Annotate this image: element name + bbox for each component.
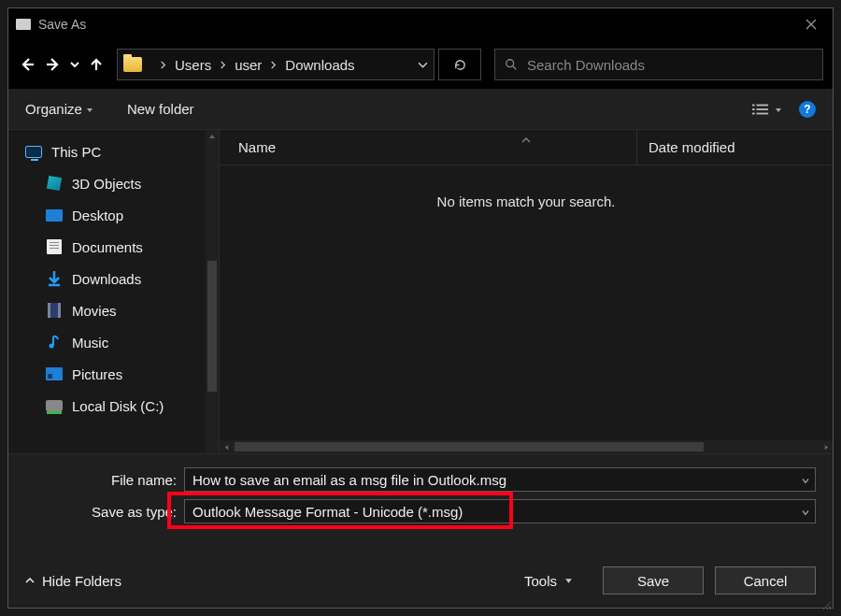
save-button[interactable]: Save <box>603 566 704 595</box>
close-icon <box>805 19 817 30</box>
window-title: Save As <box>38 17 86 32</box>
chevron-down-icon <box>802 509 809 517</box>
search-icon <box>505 58 518 71</box>
nav-arrows <box>18 56 106 73</box>
file-name-dropdown[interactable] <box>802 472 809 488</box>
movie-icon <box>48 303 61 318</box>
save-as-type-dropdown[interactable] <box>802 504 809 520</box>
close-button[interactable] <box>790 8 833 40</box>
chevron-up-icon <box>25 576 35 585</box>
chevron-right-icon <box>269 61 278 69</box>
caret-down-icon <box>86 107 93 114</box>
disk-icon <box>46 400 63 411</box>
scroll-right-icon <box>823 444 830 451</box>
list-view-icon <box>752 103 769 116</box>
back-button[interactable] <box>18 57 36 72</box>
sidebar-item-movies[interactable]: Movies <box>8 294 219 326</box>
column-name[interactable]: Name <box>220 139 636 155</box>
monitor-icon <box>25 146 42 158</box>
main-area: This PC 3D Objects Desktop Documents <box>8 130 833 453</box>
scroll-left-icon <box>223 444 230 451</box>
organize-button[interactable]: Organize <box>25 101 93 117</box>
bottom-panel: File name: How to save an email as a msg… <box>8 453 833 608</box>
scroll-thumb[interactable] <box>207 261 217 392</box>
chevron-down-icon <box>70 60 79 69</box>
sidebar-item-3d-objects[interactable]: 3D Objects <box>8 167 219 199</box>
caret-down-icon <box>564 577 573 585</box>
tools-button[interactable]: Tools <box>524 573 573 589</box>
help-button[interactable]: ? <box>799 101 816 118</box>
save-as-type-select[interactable]: Outlook Message Format - Unicode (*.msg) <box>184 499 816 523</box>
refresh-icon <box>453 58 467 72</box>
forward-button[interactable] <box>44 57 63 72</box>
navigation-bar: Users user Downloads Search Downloads <box>8 40 833 89</box>
up-button[interactable] <box>87 57 106 72</box>
sidebar-item-pictures[interactable]: Pictures <box>8 358 219 390</box>
sidebar-item-local-disk[interactable]: Local Disk (C:) <box>8 390 219 422</box>
save-as-type-row: Save as type: Outlook Message Format - U… <box>25 499 816 523</box>
folder-icon <box>123 57 142 72</box>
sort-indicator-icon <box>521 130 531 146</box>
cancel-button[interactable]: Cancel <box>715 566 816 595</box>
refresh-button[interactable] <box>438 49 481 80</box>
sidebar-scrollbar[interactable] <box>206 130 219 453</box>
chevron-right-icon <box>219 61 227 69</box>
column-date-modified[interactable]: Date modified <box>636 130 833 165</box>
hide-folders-button[interactable]: Hide Folders <box>25 573 121 589</box>
action-row: Hide Folders Tools Save Cancel <box>25 566 816 598</box>
svg-rect-4 <box>757 108 769 110</box>
crumb-downloads[interactable]: Downloads <box>285 57 354 73</box>
svg-rect-5 <box>752 112 755 114</box>
picture-icon <box>46 367 63 380</box>
sidebar-item-documents[interactable]: Documents <box>8 231 219 263</box>
empty-message: No items match your search. <box>220 165 833 209</box>
chevron-right-icon <box>159 61 167 69</box>
svg-point-7 <box>50 344 54 349</box>
sidebar-item-this-pc[interactable]: This PC <box>8 136 219 167</box>
desktop-icon <box>46 209 63 222</box>
file-name-input[interactable]: How to save an email as a msg file in Ou… <box>184 467 816 492</box>
toolbar: Organize New folder ? <box>8 89 833 130</box>
content-horizontal-scrollbar[interactable] <box>220 440 833 453</box>
save-as-type-label: Save as type: <box>25 504 184 520</box>
folder-tree: This PC 3D Objects Desktop Documents <box>8 130 219 427</box>
crumb-user[interactable]: user <box>235 57 262 73</box>
new-folder-button[interactable]: New folder <box>127 101 194 117</box>
svg-rect-1 <box>752 104 755 106</box>
view-options-button[interactable] <box>752 101 782 117</box>
search-placeholder: Search Downloads <box>527 57 645 73</box>
file-name-label: File name: <box>25 472 184 488</box>
caret-down-icon <box>775 107 782 114</box>
sidebar-item-downloads[interactable]: Downloads <box>8 263 219 294</box>
app-icon <box>16 19 31 30</box>
sidebar-item-desktop[interactable]: Desktop <box>8 199 219 231</box>
resize-grip-icon[interactable] <box>821 596 831 606</box>
crumb-users[interactable]: Users <box>175 57 211 73</box>
title-bar: Save As <box>8 8 833 40</box>
column-headers: Name Date modified <box>220 130 833 165</box>
svg-rect-6 <box>757 112 769 114</box>
music-icon <box>46 335 63 350</box>
svg-point-0 <box>506 60 514 67</box>
sidebar-item-music[interactable]: Music <box>8 326 219 358</box>
svg-rect-2 <box>757 104 769 106</box>
recent-locations-button[interactable] <box>70 56 79 73</box>
file-list-area: Name Date modified No items match your s… <box>220 130 833 453</box>
file-name-row: File name: How to save an email as a msg… <box>25 467 816 492</box>
svg-rect-3 <box>752 108 755 110</box>
scroll-up-icon <box>208 133 216 140</box>
search-input[interactable]: Search Downloads <box>494 49 823 80</box>
breadcrumb[interactable]: Users user Downloads <box>117 49 435 80</box>
chevron-down-icon <box>418 60 428 70</box>
document-icon <box>47 239 62 254</box>
download-icon <box>46 271 63 286</box>
save-as-dialog: Save As Users user <box>7 7 834 609</box>
3d-objects-icon <box>47 176 62 191</box>
hscroll-thumb[interactable] <box>235 442 704 451</box>
breadcrumb-dropdown[interactable] <box>418 57 428 73</box>
chevron-down-icon <box>802 478 809 485</box>
sidebar: This PC 3D Objects Desktop Documents <box>8 130 220 453</box>
